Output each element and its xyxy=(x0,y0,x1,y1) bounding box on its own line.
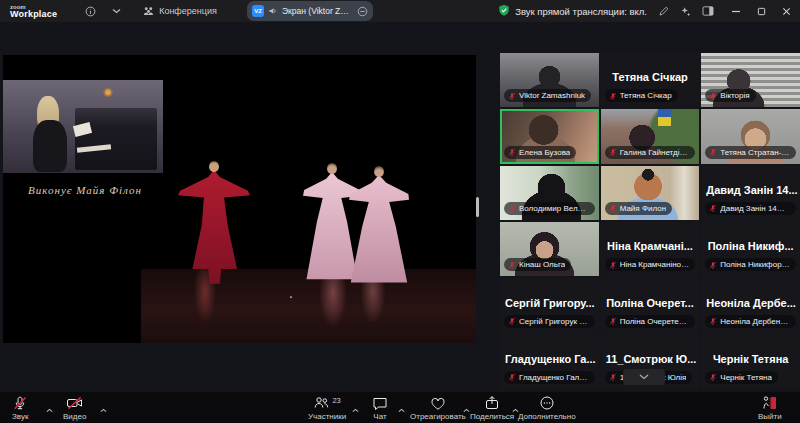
chevron-down-icon[interactable] xyxy=(112,8,121,14)
mic-muted-icon xyxy=(508,204,516,212)
participant-label: Тетяна Січкар xyxy=(605,89,678,102)
participant-label: Неоніла Дербеньова xyxy=(705,315,796,328)
participant-label: Ніна Крамчанінова xyxy=(605,258,696,271)
chat-button-label: Чат xyxy=(373,412,386,421)
participant-big-name: Давид Занін 14... xyxy=(701,184,800,196)
chat-bubble-icon xyxy=(372,395,388,411)
scrollbar-thumb[interactable] xyxy=(476,197,479,217)
chat-button[interactable]: Чат xyxy=(372,395,388,421)
participant-tile[interactable]: Поліна Никиф... Поліна Никифоренко 11... xyxy=(701,222,800,276)
mic-muted-icon xyxy=(609,261,617,269)
participant-label: Viktor Zamashniuk xyxy=(504,89,591,102)
participant-tile[interactable]: Кінаш Ольга xyxy=(500,222,599,276)
share-screen-button[interactable]: Поделиться xyxy=(470,395,514,421)
stop-share-icon[interactable] xyxy=(357,6,368,17)
participant-label: Сергій Григорук 1МА xyxy=(504,315,595,328)
participant-label: Тетяна Стратан-Артишк... xyxy=(705,146,796,159)
participant-tile[interactable]: Неоніла Дербе... Неоніла Дербеньова xyxy=(701,278,800,332)
video-button-label: Видео xyxy=(63,412,86,421)
more-ellipsis-icon xyxy=(539,395,555,411)
mic-muted-icon xyxy=(709,317,717,325)
video-options-chevron[interactable] xyxy=(100,399,107,417)
mic-muted-icon xyxy=(609,204,617,212)
leave-button-label: Выйти xyxy=(758,412,782,421)
performer-caption: Виконує Майя Філон xyxy=(28,184,142,196)
side-panel-icon[interactable] xyxy=(702,6,714,16)
participant-tile[interactable]: Тетяна Січкар Тетяна Січкар xyxy=(601,53,700,107)
participant-label: Давид Занін 14ММ xyxy=(705,202,796,215)
mic-muted-icon xyxy=(609,373,617,381)
close-button[interactable] xyxy=(782,2,791,20)
tab-conference[interactable]: Конференция xyxy=(143,6,217,16)
participant-big-name: Сергій Григору... xyxy=(500,297,599,309)
title-bar: zoom Workplace Конференция VZ xyxy=(0,0,800,22)
audio-button[interactable]: Звук xyxy=(12,395,28,421)
mic-muted-icon xyxy=(609,92,617,100)
minimize-button[interactable] xyxy=(731,2,741,20)
participant-tile-active-speaker[interactable]: Елена Бузова xyxy=(500,109,599,163)
live-stream-status: Звук прямой трансляции: вкл. xyxy=(498,4,647,19)
more-button-label: Дополнительно xyxy=(518,412,576,421)
participant-tile[interactable]: Гладущенко Га... Гладущенко Галина 24М..… xyxy=(500,335,599,389)
heart-icon xyxy=(430,395,446,411)
participants-count-badge: 23 xyxy=(332,396,340,405)
participant-tile[interactable]: Ніна Крамчані... Ніна Крамчанінова xyxy=(601,222,700,276)
react-button[interactable]: Отреагировать xyxy=(410,395,466,421)
video-button[interactable]: Видео xyxy=(63,395,86,421)
mic-muted-icon xyxy=(609,317,617,325)
react-button-label: Отреагировать xyxy=(410,412,466,421)
participant-label: Поліна Никифоренко 11... xyxy=(705,258,796,271)
avatar: VZ xyxy=(252,5,264,17)
participant-tile[interactable]: Майя Филон xyxy=(601,166,700,220)
participant-label: Вікторія xyxy=(705,89,755,102)
participant-tile[interactable]: Вікторія xyxy=(701,53,800,107)
meeting-people-icon xyxy=(143,6,154,16)
mic-muted-icon xyxy=(12,395,28,411)
participant-big-name: 11_Смотрюк Ю... xyxy=(601,353,700,365)
more-button[interactable]: Дополнительно xyxy=(518,395,576,421)
maximize-button[interactable] xyxy=(757,2,766,20)
mic-muted-icon xyxy=(508,148,516,156)
react-options-chevron[interactable] xyxy=(463,399,470,417)
dancer-red-costume xyxy=(178,161,250,285)
mic-muted-icon xyxy=(709,148,717,156)
tab-screen-share[interactable]: VZ Экран (Viktor Zamashniuk) xyxy=(247,1,373,21)
mic-muted-icon xyxy=(508,317,516,325)
mic-muted-icon xyxy=(508,373,516,381)
participant-tile[interactable]: Сергій Григору... Сергій Григорук 1МА xyxy=(500,278,599,332)
camera-muted-icon xyxy=(66,395,83,411)
participant-tile[interactable]: Тетяна Стратан-Артишк... xyxy=(701,109,800,163)
participant-tile[interactable]: Володимир Величко xyxy=(500,166,599,220)
shield-check-icon xyxy=(498,4,510,19)
participant-tile[interactable]: Галина Гайнетдінова xyxy=(601,109,700,163)
mic-muted-icon xyxy=(508,92,516,100)
tab-conference-label: Конференция xyxy=(159,6,217,16)
info-icon[interactable] xyxy=(85,6,96,17)
ai-companion-icon[interactable] xyxy=(680,6,691,17)
participant-tile[interactable]: Давид Занін 14... Давид Занін 14ММ xyxy=(701,166,800,220)
participants-options-chevron[interactable] xyxy=(352,399,359,417)
leave-button[interactable]: Выйти xyxy=(758,395,782,421)
audio-options-chevron[interactable] xyxy=(46,399,53,417)
participant-label: Майя Филон xyxy=(605,202,672,215)
share-screen-icon xyxy=(484,395,500,411)
share-screen-button-label: Поделиться xyxy=(470,412,514,421)
participant-big-name: Неоніла Дербе... xyxy=(701,297,800,309)
shared-screen-video: Виконує Майя Філон xyxy=(3,55,476,343)
participant-big-name: Тетяна Січкар xyxy=(601,71,700,83)
titlebar-right: Звук прямой трансляции: вкл. xyxy=(498,0,791,22)
participant-tile[interactable]: Поліна Очерет... Поліна Очеретенко_ФП... xyxy=(601,278,700,332)
logo-workplace-text: Workplace xyxy=(10,10,57,19)
participants-button[interactable]: 23 Участники xyxy=(308,395,346,421)
zoom-workplace-logo: zoom Workplace xyxy=(10,4,57,19)
participant-tile[interactable]: Viktor Zamashniuk xyxy=(500,53,599,107)
pianist-figure-body xyxy=(33,120,67,172)
collapse-grid-button[interactable] xyxy=(623,369,665,385)
participants-grid: Viktor Zamashniuk Тетяна Січкар Тетяна С… xyxy=(500,53,800,389)
mic-muted-icon xyxy=(709,204,717,212)
chat-options-chevron[interactable] xyxy=(398,399,405,417)
participant-label: Кінаш Ольга xyxy=(504,258,571,271)
participant-tile[interactable]: Чернік Тетяна Чернік Тетяна xyxy=(701,335,800,389)
annotate-pencil-icon[interactable] xyxy=(658,6,669,17)
lamp-glow xyxy=(91,82,125,108)
